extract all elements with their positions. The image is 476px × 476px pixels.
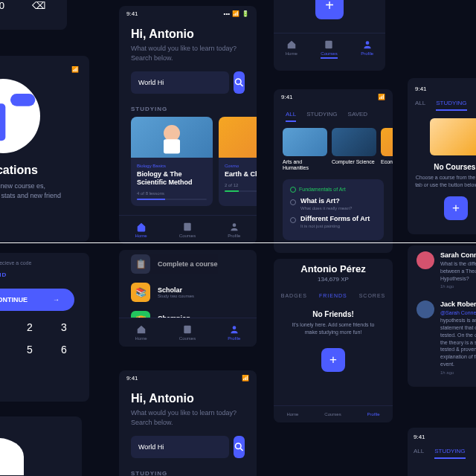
illustration-fragment [0,438,24,475]
comment-item[interactable]: Sarah Conner What is the difference betw… [408,245,476,295]
notifications-fragment: 9:41 [0,416,82,476]
notification-illustration [0,79,40,153]
add-course-button[interactable]: + [444,196,468,220]
nav-profile[interactable]: Profile [361,39,373,59]
comment-author: Sarah Conner [440,251,476,259]
status-bar: 9:41 •••📶🔋 [119,6,257,22]
add-friend-button[interactable]: + [321,348,345,372]
notifications-title: Notifications [0,164,79,177]
lesson-category: Fundamentals of Art [290,187,376,193]
key-3[interactable]: 3 [52,321,76,333]
category-card[interactable]: Econ and B [381,128,393,172]
profile-xp: 134,679 XP [274,276,393,283]
comment-text: @Sarah Conner The hypothesis is an unpro… [440,309,476,367]
category-card[interactable]: Computer Science [332,128,376,172]
notifications-screen: 9:41📶 Notifications tified about new cou… [0,56,89,242]
tab-studying[interactable]: STUDYING [306,111,337,122]
nav-courses[interactable]: Courses [321,39,337,59]
nav-courses[interactable]: Courses [324,412,341,416]
key-2[interactable]: 2 [18,321,42,333]
svg-rect-8 [0,103,5,141]
keypad-fragment: 0 ⌫ [0,0,67,30]
tab-all[interactable]: ALL [415,100,425,111]
course-title: Earth & Clim [225,170,257,178]
course-category: Cosmo [225,164,257,168]
category-card[interactable]: Arts and Humanities [283,128,327,172]
comment-text: What is the difference between a Theory … [440,260,476,282]
tab-friends[interactable]: FRIENDS [319,293,347,298]
svg-line-14 [240,448,242,451]
tab-saved[interactable]: SAVED [348,111,368,122]
user-icon [229,324,239,335]
key-5[interactable]: 5 [18,344,42,356]
status-bar: 9:41📶 [274,89,393,105]
scholar-icon: 📚 [131,283,150,302]
continue-button[interactable]: CONTINUE→ [0,289,74,311]
course-card[interactable]: Biology Basics Biology & The Scientific … [131,117,213,206]
nav-profile[interactable]: Profile [228,324,240,341]
book-icon [182,222,193,232]
svg-rect-3 [164,139,180,153]
svg-point-5 [233,223,237,227]
tab-studying[interactable]: STUDYING [434,448,465,459]
achievement-item[interactable]: 📚 ScholarStudy two courses [119,278,257,306]
resend-link[interactable]: RESEND [0,271,82,278]
key-4[interactable]: 4 [0,344,7,356]
empty-illustration [430,118,476,155]
filter-fragment: 9:41 ALL STUDYING [408,428,476,476]
svg-point-12 [233,326,237,329]
key-6[interactable]: 6 [52,344,76,356]
lesson-item[interactable]: Different Forms of Art It is not just pa… [290,215,376,228]
nav-home[interactable]: Home [286,39,298,59]
nav-home[interactable]: Home [286,412,298,416]
nav-profile[interactable]: Profile [228,222,240,238]
tab-all[interactable]: ALL [414,448,424,459]
tab-badges[interactable]: BADGES [281,293,307,298]
no-courses-screen: 9:41 ALL STUDYING No Courses! Choose a c… [408,78,476,234]
user-icon [229,222,239,232]
studying-label: STUDYING [119,101,257,117]
verify-screen: I did not recieve a code RESEND CONTINUE… [0,253,89,402]
course-meta: 4 of 8 lessons [137,191,207,196]
achievements-screen: 📋 Complete a course 📚 ScholarStudy two c… [119,250,257,347]
course-title: Biology & The Scientific Method [137,170,207,187]
course-illustration [219,117,257,158]
comment-time: 1h ago [440,370,476,375]
status-bar: 9:41 [415,86,476,97]
nav-courses[interactable]: Courses [179,324,196,341]
comment-item[interactable]: Jack Roberson @Sarah Conner The hypothes… [408,295,476,380]
greeting-subtitle: What would you like to learn today? Sear… [131,44,245,62]
key-0[interactable]: 0 [0,0,4,11]
nav-courses[interactable]: Courses [179,222,196,238]
nav-home[interactable]: Home [135,324,147,341]
divider-line [0,242,476,243]
lesson-item[interactable]: What is Art? What does it really mean? [290,197,376,210]
tab-scores[interactable]: SCORES [359,293,386,298]
course-card[interactable]: Cosmo Earth & Clim 2 of 12 [219,117,257,206]
svg-point-2 [164,125,180,141]
search-icon [234,436,245,458]
book-icon [324,39,334,50]
achievement-item[interactable]: 📋 Complete a course [119,250,257,278]
search-input[interactable] [131,71,229,94]
key-delete[interactable]: ⌫ [32,0,45,11]
tab-all[interactable]: ALL [286,111,296,122]
resend-text: I did not recieve a code [0,260,82,266]
search-icon [234,71,245,94]
profile-name: Antonio Pérez [274,263,393,274]
tab-studying[interactable]: STUDYING [436,100,466,111]
search-input[interactable] [131,436,229,458]
search-button[interactable] [234,71,245,94]
svg-point-13 [236,443,242,449]
svg-rect-9 [10,94,35,106]
search-button[interactable] [234,436,245,458]
course-category: Biology Basics [137,164,207,168]
key-1[interactable]: 1 [0,321,7,333]
status-bar: 9:41 [414,434,476,445]
nav-profile[interactable]: Profile [367,412,380,416]
svg-point-7 [365,41,369,45]
greeting-title: Hi, Antonio [131,28,245,41]
add-button[interactable]: + [315,0,344,19]
nav-home[interactable]: Home [135,222,147,238]
svg-point-0 [236,79,242,85]
